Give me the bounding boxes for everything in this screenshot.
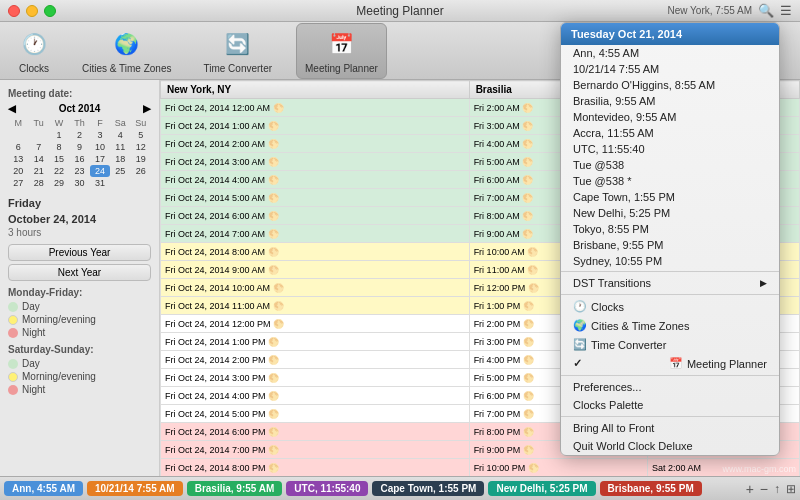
dropdown-menu[interactable]: Tuesday Oct 21, 2014 Ann, 4:55 AM 10/21/…	[560, 22, 780, 456]
cal-cell[interactable]: 12	[131, 141, 151, 153]
ny-cell[interactable]: Fri Oct 24, 2014 1:00 AM 🌕	[161, 117, 470, 135]
dropdown-city-tue538[interactable]: Tue @538	[561, 157, 779, 173]
dropdown-preferences[interactable]: Preferences...	[561, 378, 779, 396]
cal-cell[interactable]: 30	[69, 177, 89, 189]
cal-cell[interactable]: 28	[28, 177, 48, 189]
dropdown-clocks-palette[interactable]: Clocks Palette	[561, 396, 779, 414]
cal-cell[interactable]: 8	[49, 141, 69, 153]
cal-cell[interactable]: 20	[8, 165, 28, 177]
ny-cell[interactable]: Fri Oct 24, 2014 8:00 PM 🌕	[161, 459, 470, 477]
cal-cell[interactable]	[131, 177, 151, 189]
ny-cell[interactable]: Fri Oct 24, 2014 7:00 AM 🌕	[161, 225, 470, 243]
dropdown-city-ny[interactable]: 10/21/14 7:55 AM	[561, 61, 779, 77]
city-badge-ny[interactable]: 10/21/14 7:55 AM	[87, 481, 183, 496]
cal-cell[interactable]: 15	[49, 153, 69, 165]
dropdown-cities[interactable]: 🌍 Cities & Time Zones	[561, 316, 779, 335]
cal-cell[interactable]: 14	[28, 153, 48, 165]
toolbar-cities[interactable]: 🌍 Cities & Time Zones	[74, 24, 179, 78]
cal-cell[interactable]: 25	[110, 165, 130, 177]
cal-cell[interactable]: 16	[69, 153, 89, 165]
cal-cell[interactable]: 7	[28, 141, 48, 153]
cal-cell[interactable]: 4	[110, 129, 130, 141]
ny-cell[interactable]: Fri Oct 24, 2014 11:00 AM 🌕	[161, 297, 470, 315]
dropdown-city-bernardo[interactable]: Bernardo O'Higgins, 8:55 AM	[561, 77, 779, 93]
ny-cell[interactable]: Fri Oct 24, 2014 8:00 AM 🌕	[161, 243, 470, 261]
cal-cell[interactable]: 13	[8, 153, 28, 165]
share-icon[interactable]: ↑	[774, 482, 780, 496]
dropdown-city-brisbane[interactable]: Brisbane, 9:55 PM	[561, 237, 779, 253]
ny-cell[interactable]: Fri Oct 24, 2014 5:00 PM 🌕	[161, 405, 470, 423]
ny-cell[interactable]: Fri Oct 24, 2014 6:00 PM 🌕	[161, 423, 470, 441]
cal-cell[interactable]: 1	[49, 129, 69, 141]
cal-cell[interactable]	[8, 129, 28, 141]
close-button[interactable]	[8, 5, 20, 17]
toolbar-planner[interactable]: 📅 Meeting Planner	[296, 23, 387, 79]
ny-cell[interactable]: Fri Oct 24, 2014 3:00 PM 🌕	[161, 369, 470, 387]
cal-cell[interactable]: 22	[49, 165, 69, 177]
add-icon[interactable]: +	[746, 481, 754, 497]
toolbar-converter[interactable]: 🔄 Time Converter	[195, 24, 280, 78]
ny-cell[interactable]: Fri Oct 24, 2014 12:00 PM 🌕	[161, 315, 470, 333]
dropdown-bring-front[interactable]: Bring All to Front	[561, 419, 779, 437]
cal-cell[interactable]: 2	[69, 129, 89, 141]
ny-cell[interactable]: Fri Oct 24, 2014 12:00 AM 🌕	[161, 99, 470, 117]
ny-cell[interactable]: Fri Oct 24, 2014 9:00 AM 🌕	[161, 261, 470, 279]
ny-cell[interactable]: Fri Oct 24, 2014 6:00 AM 🌕	[161, 207, 470, 225]
toolbar-clocks[interactable]: 🕐 Clocks	[10, 24, 58, 78]
ny-cell[interactable]: Fri Oct 24, 2014 1:00 PM 🌕	[161, 333, 470, 351]
next-month-btn[interactable]: ▶	[143, 103, 151, 114]
ny-cell[interactable]: Fri Oct 24, 2014 3:00 AM 🌕	[161, 153, 470, 171]
cal-cell[interactable]: 31	[90, 177, 110, 189]
cal-cell[interactable]: 6	[8, 141, 28, 153]
ny-cell[interactable]: Fri Oct 24, 2014 4:00 PM 🌕	[161, 387, 470, 405]
dropdown-city-tokyo[interactable]: Tokyo, 8:55 PM	[561, 221, 779, 237]
remove-icon[interactable]: −	[760, 481, 768, 497]
cal-cell[interactable]: 27	[8, 177, 28, 189]
cal-cell[interactable]: 18	[110, 153, 130, 165]
ny-cell[interactable]: Fri Oct 24, 2014 5:00 AM 🌕	[161, 189, 470, 207]
dropdown-city-tue538star[interactable]: Tue @538 *	[561, 173, 779, 189]
city-badge-brisbane[interactable]: Brisbane, 9:55 PM	[600, 481, 702, 496]
dropdown-city-utc[interactable]: UTC, 11:55:40	[561, 141, 779, 157]
prev-month-btn[interactable]: ◀	[8, 103, 16, 114]
cal-cell-today[interactable]: 24	[90, 165, 110, 177]
dropdown-clocks[interactable]: 🕐 Clocks	[561, 297, 779, 316]
cal-cell[interactable]: 3	[90, 129, 110, 141]
dropdown-city-accra[interactable]: Accra, 11:55 AM	[561, 125, 779, 141]
cal-cell[interactable]: 11	[110, 141, 130, 153]
cal-cell[interactable]: 26	[131, 165, 151, 177]
city-badge-newdelhi[interactable]: New Delhi, 5:25 PM	[488, 481, 595, 496]
dropdown-converter[interactable]: 🔄 Time Converter	[561, 335, 779, 354]
cal-cell[interactable]	[28, 129, 48, 141]
dropdown-city-capetown[interactable]: Cape Town, 1:55 PM	[561, 189, 779, 205]
cal-cell[interactable]: 29	[49, 177, 69, 189]
next-year-btn[interactable]: Next Year	[8, 264, 151, 281]
ny-cell[interactable]: Fri Oct 24, 2014 2:00 PM 🌕	[161, 351, 470, 369]
dropdown-planner[interactable]: 📅 Meeting Planner	[561, 354, 779, 373]
ny-cell[interactable]: Fri Oct 24, 2014 4:00 AM 🌕	[161, 171, 470, 189]
prev-year-btn[interactable]: Previous Year	[8, 244, 151, 261]
grid-icon[interactable]: ⊞	[786, 482, 796, 496]
city-badge-capetown[interactable]: Cape Town, 1:55 PM	[372, 481, 484, 496]
cal-cell[interactable]: 9	[69, 141, 89, 153]
dropdown-dst[interactable]: DST Transitions	[561, 274, 779, 292]
dropdown-city-montevideo[interactable]: Montevideo, 9:55 AM	[561, 109, 779, 125]
maximize-button[interactable]	[44, 5, 56, 17]
menu-icon[interactable]: ☰	[780, 3, 792, 18]
cal-cell[interactable]: 23	[69, 165, 89, 177]
cal-cell[interactable]: 17	[90, 153, 110, 165]
city-badge-brasilia[interactable]: Brasilia, 9:55 AM	[187, 481, 283, 496]
ny-cell[interactable]: Fri Oct 24, 2014 10:00 AM 🌕	[161, 279, 470, 297]
minimize-button[interactable]	[26, 5, 38, 17]
cal-cell[interactable]: 19	[131, 153, 151, 165]
ny-cell[interactable]: Fri Oct 24, 2014 7:00 PM 🌕	[161, 441, 470, 459]
search-icon[interactable]: 🔍	[758, 3, 774, 18]
cal-cell[interactable]: 10	[90, 141, 110, 153]
dropdown-city-brasilia[interactable]: Brasilia, 9:55 AM	[561, 93, 779, 109]
city-badge-ann[interactable]: Ann, 4:55 AM	[4, 481, 83, 496]
cal-cell[interactable]: 5	[131, 129, 151, 141]
cal-cell[interactable]	[110, 177, 130, 189]
cal-cell[interactable]: 21	[28, 165, 48, 177]
dropdown-city-newdelhi[interactable]: New Delhi, 5:25 PM	[561, 205, 779, 221]
dropdown-quit[interactable]: Quit World Clock Deluxe	[561, 437, 779, 455]
